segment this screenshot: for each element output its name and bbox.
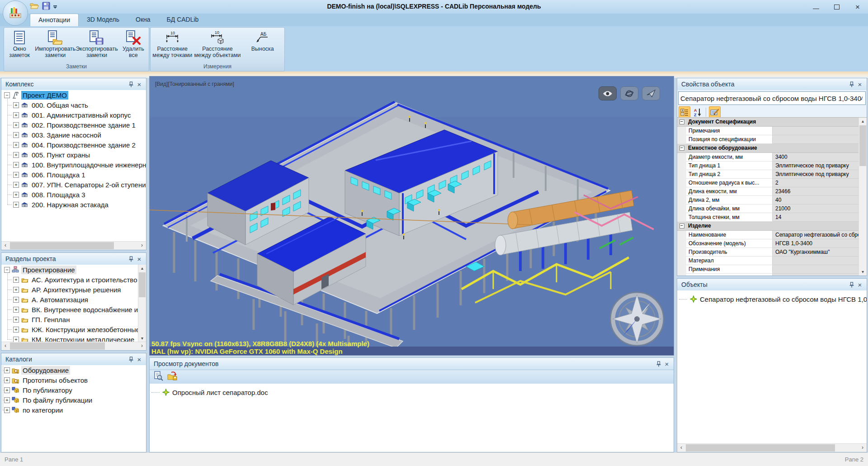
tree-item[interactable]: − Проект ДЕМО [1, 90, 146, 100]
property-value[interactable]: 40 [773, 196, 859, 204]
tree-item[interactable]: + 001. Административный корпус [1, 110, 146, 120]
ribbon-tab[interactable]: 3D Модель [79, 14, 127, 26]
tree-item[interactable]: + А. Автоматизация [1, 295, 138, 304]
scroll-up-icon[interactable]: ▴ [859, 118, 867, 125]
scroll-down-icon[interactable]: ▾ [859, 268, 867, 276]
tree-expander-icon[interactable]: + [13, 152, 19, 158]
tree-expander-icon[interactable]: + [4, 377, 10, 383]
tree-expander-icon[interactable]: + [13, 132, 19, 138]
tree-item[interactable]: + По публикатору [1, 385, 146, 395]
tree-item[interactable]: + ГП. Генплан [1, 314, 138, 324]
orbit-button[interactable] [620, 86, 638, 100]
tree-item[interactable]: + 003. Здание насосной [1, 130, 146, 140]
tree-expander-icon[interactable]: + [13, 172, 19, 178]
tree-expander-icon[interactable]: + [13, 337, 19, 342]
fly-button[interactable] [642, 86, 660, 100]
ribbon-tab[interactable]: БД CADLib [159, 14, 207, 26]
tree-item[interactable]: + АР. Архитектурные решения [1, 285, 138, 295]
property-value[interactable] [773, 274, 859, 276]
tree-expander-icon[interactable]: + [13, 202, 19, 208]
tree-expander-icon[interactable]: − [4, 92, 10, 98]
tree-item[interactable]: + 008. Площадка 3 [1, 190, 146, 200]
property-row[interactable]: Примечания [677, 127, 859, 135]
property-row[interactable]: Тип днища 1 Эллиптическое под приварку [677, 162, 859, 170]
ribbon-button[interactable]: Импортировать заметки [35, 28, 75, 62]
tree-expander-icon[interactable]: + [13, 182, 19, 188]
scroll-thumb[interactable] [10, 242, 114, 249]
tree-expander-icon[interactable]: + [13, 317, 19, 323]
pin-icon[interactable] [127, 255, 135, 263]
property-row[interactable]: Материал [677, 257, 859, 265]
property-row[interactable]: Обозначение (модель) НГСВ 1,0-3400 [677, 239, 859, 248]
scroll-left-icon[interactable]: ‹ [1, 342, 9, 350]
razdely-vertical-scrollbar[interactable]: ▴ ▾ [138, 265, 146, 342]
property-value[interactable] [773, 257, 859, 265]
property-row[interactable]: Тип днища 2 Эллиптическое под приварку [677, 170, 859, 179]
tree-item[interactable]: + Оборудование [1, 365, 146, 375]
tree-expander-icon[interactable]: + [13, 112, 19, 118]
tree-item[interactable]: + По файлу публикации [1, 395, 146, 405]
scroll-left-icon[interactable]: ‹ [1, 242, 9, 250]
property-value[interactable]: 23466 [773, 187, 859, 196]
tree-expander-icon[interactable]: + [13, 327, 19, 333]
close-icon[interactable]: × [856, 80, 864, 88]
property-value[interactable]: ОАО "Курганхиммаш" [773, 248, 859, 257]
scroll-right-icon[interactable]: › [859, 444, 867, 452]
close-button[interactable]: × [847, 0, 868, 14]
tree-expander-icon[interactable]: + [13, 307, 19, 313]
property-row[interactable]: Производитель ОАО "Курганхиммаш" [677, 248, 859, 257]
collapse-icon[interactable] [679, 119, 684, 124]
tree-expander-icon[interactable]: + [4, 407, 10, 413]
ribbon-button[interactable]: Удалить все [118, 28, 149, 62]
object-selector-combobox[interactable]: Сепаратор нефтегазовый со сбросом воды Н… [678, 91, 866, 105]
pin-icon[interactable] [127, 355, 135, 363]
close-icon[interactable]: × [135, 355, 143, 363]
tree-item[interactable]: + 007. УПН. Сепараторы 2-ой ступени [1, 180, 146, 190]
tree-expander-icon[interactable]: + [13, 142, 19, 148]
tree-item[interactable]: + КМ. Конструкции металлические [1, 334, 138, 342]
tree-item[interactable]: + 005. Пункт охраны [1, 150, 146, 160]
close-icon[interactable]: × [135, 255, 143, 263]
close-icon[interactable]: × [856, 281, 864, 289]
property-row[interactable]: Длина обечайки, мм 21000 [677, 204, 859, 213]
tree-expander-icon[interactable]: + [13, 162, 19, 168]
scroll-thumb[interactable] [139, 272, 146, 297]
scroll-right-icon[interactable]: › [138, 242, 146, 250]
eye-button[interactable] [599, 86, 617, 100]
tree-expander-icon[interactable]: + [13, 297, 19, 303]
properties-vertical-scrollbar[interactable]: ▴ ▾ [859, 118, 867, 276]
tree-item[interactable]: + Прототипы объектов [1, 375, 146, 385]
scroll-down-icon[interactable]: ▾ [138, 335, 146, 342]
tree-expander-icon[interactable]: + [13, 122, 19, 128]
objects-horizontal-scrollbar[interactable]: ‹ › [677, 443, 867, 452]
maximize-button[interactable] [826, 0, 847, 14]
tree-item[interactable]: − Проектирование [1, 265, 138, 275]
property-value[interactable] [773, 127, 859, 135]
export-document-icon[interactable] [167, 371, 178, 383]
close-icon[interactable]: × [135, 80, 143, 88]
ribbon-button[interactable]: Окно заметок [4, 28, 35, 62]
scroll-thumb[interactable] [686, 444, 835, 452]
property-value[interactable] [773, 265, 859, 274]
razdely-horizontal-scrollbar[interactable]: ‹ › [1, 342, 146, 350]
property-category-row[interactable]: Емкостное оборудование [677, 144, 859, 153]
tree-item[interactable]: + 000. Общая часть [1, 100, 146, 110]
categorized-view-button[interactable] [679, 106, 690, 118]
close-icon[interactable]: × [663, 360, 671, 368]
property-row[interactable]: Длина 2, мм 40 [677, 196, 859, 204]
property-row[interactable]: Длина емкости, мм 23466 [677, 187, 859, 196]
tree-expander-icon[interactable]: + [13, 277, 19, 283]
property-value[interactable]: 14 [773, 213, 859, 222]
pin-icon[interactable] [848, 281, 856, 289]
property-row[interactable]: Толщина стенки, мм 14 [677, 213, 859, 222]
sort-alphabetical-button[interactable]: AZ [692, 107, 703, 118]
ribbon-button[interactable]: Экспортировать заметки [75, 28, 118, 62]
tree-item[interactable]: + 004. Производственное здание 2 [1, 140, 146, 150]
minimize-button[interactable] [806, 0, 826, 14]
scroll-thumb[interactable] [10, 342, 105, 350]
property-value[interactable]: 21000 [773, 204, 859, 213]
tree-expander-icon[interactable]: + [13, 192, 19, 198]
tree-item[interactable]: + 100. Внутриплощадочные инженерны [1, 160, 146, 170]
document-item[interactable]: Опросный лист сепаратор.doc [150, 387, 674, 397]
collapse-icon[interactable] [679, 146, 684, 151]
